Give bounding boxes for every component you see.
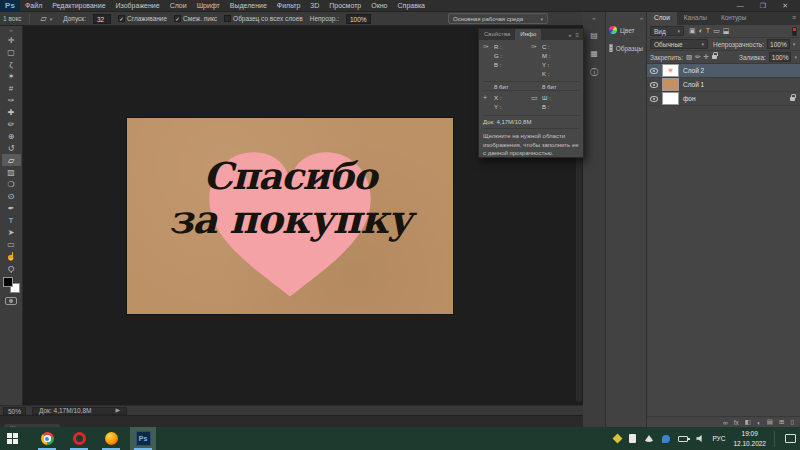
clock[interactable]: 19:09 12.10.2022 [733, 429, 766, 449]
wifi-icon[interactable] [644, 435, 654, 442]
menu-window[interactable]: Окно [366, 2, 392, 9]
clone-stamp-tool[interactable]: ⊕ [2, 130, 21, 142]
layer-name[interactable]: Слой 2 [683, 67, 704, 74]
hand-tool[interactable]: ☝ [2, 250, 21, 262]
contiguous-checkbox[interactable]: ✓ Смеж. пикс [174, 15, 217, 22]
collapse-panel-icon[interactable]: « [568, 32, 571, 38]
crop-tool[interactable]: # [2, 82, 21, 94]
layer-name[interactable]: Слой 1 [683, 81, 704, 88]
lasso-tool[interactable]: ζ [2, 58, 21, 70]
battery-icon[interactable] [678, 436, 688, 442]
filter-smart-object-icon[interactable]: ⬓ [723, 27, 730, 35]
tab-layers[interactable]: Слои [647, 12, 677, 25]
collapse-toolbar-icon[interactable]: » [9, 27, 12, 34]
info-panel-icon[interactable]: ⓘ [590, 67, 598, 78]
layer-row-background[interactable]: фон [647, 92, 800, 106]
layer-thumbnail[interactable] [662, 78, 679, 91]
lock-pixels-icon[interactable]: ✏ [695, 53, 700, 61]
filter-adjustment-icon[interactable]: ◐ [699, 27, 703, 35]
layer-thumbnail[interactable]: ♥ [662, 64, 679, 77]
link-layers-icon[interactable]: ∞ [723, 419, 728, 426]
type-tool[interactable]: T [2, 214, 21, 226]
volume-icon[interactable] [696, 435, 704, 443]
tab-properties[interactable]: Свойства [479, 29, 515, 40]
menu-3d[interactable]: 3D [305, 2, 324, 9]
menu-view[interactable]: Просмотр [324, 2, 366, 9]
filter-pixel-icon[interactable]: ▣ [689, 27, 696, 35]
minimize-icon[interactable]: — [737, 2, 744, 10]
notifications-icon[interactable] [785, 434, 796, 443]
layer-row-layer2[interactable]: ♥ Слой 2 [647, 64, 800, 78]
adjustment-layer-icon[interactable]: ◐ [757, 419, 761, 426]
status-arrow-icon[interactable]: ▶ [116, 407, 121, 414]
menu-file[interactable]: Файл [20, 2, 47, 9]
restore-icon[interactable]: ❐ [760, 2, 766, 10]
tool-preset-label[interactable]: 1 вокс [3, 15, 22, 22]
layer-thumbnail[interactable] [662, 92, 679, 105]
new-layer-icon[interactable]: ⊞ [779, 418, 784, 426]
move-tool[interactable]: ✛ [2, 34, 21, 46]
menu-help[interactable]: Справка [393, 2, 430, 9]
color-swatches[interactable] [3, 277, 20, 293]
artwork-card[interactable]: Спасибо за покупку [127, 118, 453, 314]
cmyk-bit-depth[interactable]: 8 бит [542, 84, 579, 90]
blend-mode-dropdown[interactable]: Обычные ▾ [650, 39, 708, 49]
lock-position-icon[interactable]: ✛ [704, 53, 709, 61]
document-tray-icon[interactable] [629, 434, 636, 443]
taskbar-opera[interactable] [66, 427, 92, 450]
chevron-down-icon[interactable]: ▾ [794, 54, 797, 60]
lock-transparency-icon[interactable]: ▨ [686, 53, 692, 61]
swatches-panel-button[interactable]: Образцы [606, 39, 646, 57]
filter-shape-icon[interactable]: ▭ [713, 27, 720, 35]
menu-edit[interactable]: Редактирование [47, 2, 110, 9]
add-mask-icon[interactable]: ◧ [745, 418, 751, 426]
marquee-tool[interactable]: ▢ [2, 46, 21, 58]
tab-channels[interactable]: Каналы [677, 12, 714, 25]
layer-name[interactable]: фон [683, 95, 696, 102]
color-panel-button[interactable]: Цвет [606, 21, 646, 39]
foreground-color-swatch[interactable] [3, 277, 13, 287]
document-size-field[interactable]: Док: 4,17М/10,8М ▶ [32, 407, 127, 415]
eyedropper-tool[interactable]: ✑ [2, 94, 21, 106]
dodge-tool[interactable]: ʘ [2, 190, 21, 202]
visibility-eye-icon[interactable] [650, 96, 658, 102]
path-select-tool[interactable]: ➤ [2, 226, 21, 238]
language-indicator[interactable]: РУС [712, 435, 725, 442]
app-tray-icon[interactable] [662, 435, 670, 443]
brush-tool[interactable]: ✏ [2, 118, 21, 130]
new-group-icon[interactable]: ▤ [767, 418, 773, 426]
tab-paths[interactable]: Контуры [714, 12, 754, 25]
pen-tool[interactable]: ✒ [2, 202, 21, 214]
brushes-panel-icon[interactable]: ▦ [590, 49, 598, 58]
tab-info[interactable]: Инфо [515, 29, 541, 40]
taskbar-chrome[interactable] [34, 427, 60, 450]
panel-menu-icon[interactable]: ≡ [788, 12, 800, 25]
eraser-tool[interactable]: ▱ [2, 154, 21, 166]
start-button[interactable] [0, 427, 24, 450]
opacity-input[interactable]: 100% [346, 14, 371, 24]
visibility-eye-icon[interactable] [650, 82, 658, 88]
zoom-tool[interactable]: Ϙ [2, 262, 21, 274]
filter-type-icon[interactable]: T [706, 27, 710, 35]
delete-layer-icon[interactable]: ▯ [790, 418, 794, 426]
antialias-checkbox[interactable]: ✓ Сглаживание [118, 15, 167, 22]
lock-all-icon[interactable] [712, 55, 717, 59]
rgb-bit-depth[interactable]: 8 бит [494, 84, 531, 90]
shape-tool[interactable]: ▭ [2, 238, 21, 250]
blur-tool[interactable]: ❍ [2, 178, 21, 190]
chevron-down-icon[interactable]: ▾ [793, 41, 796, 47]
taskbar-firefox[interactable] [98, 427, 124, 450]
magic-wand-tool[interactable]: ✶ [2, 70, 21, 82]
panel-menu-icon[interactable]: ≡ [575, 32, 579, 38]
properties-panel-icon[interactable]: ▤ [590, 31, 598, 40]
filter-toggle-switch[interactable] [792, 27, 797, 36]
layer-opacity-input[interactable]: 100% [767, 39, 790, 49]
workspace-selector[interactable]: Основная рабочая среда ▾ [448, 13, 548, 24]
layer-fill-input[interactable]: 100% [769, 52, 792, 62]
tolerance-input[interactable]: 32 [93, 14, 111, 24]
antivirus-tray-icon[interactable] [613, 434, 623, 444]
gradient-tool[interactable]: ▨ [2, 166, 21, 178]
menu-filter[interactable]: Фильтр [272, 2, 306, 9]
sample-all-layers-checkbox[interactable]: Образец со всех слоев [224, 15, 303, 22]
layer-style-fx-icon[interactable]: fx [734, 419, 739, 426]
